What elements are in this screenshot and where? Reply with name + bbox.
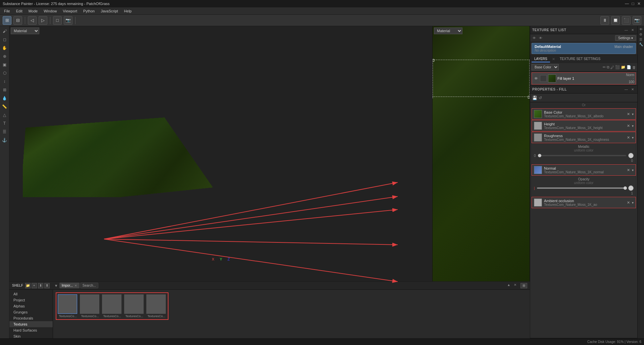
toolbar-view-grid[interactable]: ⊟ [13,16,22,25]
maximize-button[interactable]: □ [631,1,635,6]
viewport-left-mode-select[interactable]: Material Base Color [11,27,39,34]
shelf-folder-btn[interactable]: 📁 [25,283,31,288]
roughness-remove-btn[interactable]: ✕ [627,135,630,140]
tool-smudge[interactable]: ✋ [1,44,8,52]
tool-crop[interactable]: ⊞ [1,86,8,94]
shelf-tab-close[interactable]: ✕ [75,284,77,287]
shelf-cat-skin[interactable]: Skin [9,333,53,338]
channel-normal[interactable]: Normal TexturesCom_Nature_Moss_1K_normal… [532,164,636,176]
menu-edit[interactable]: Edit [13,8,25,14]
props-minimize-btn[interactable]: — [624,87,629,92]
opacity-slider[interactable] [537,187,626,189]
minimize-button[interactable]: — [625,1,629,6]
props-close-btn[interactable]: ✕ [630,87,635,92]
ao-remove-btn[interactable]: ✕ [627,200,630,205]
tool-fill[interactable]: ▣ [1,61,8,68]
tool-select[interactable]: ⬡ [1,69,8,77]
tab-layers[interactable]: LAYERS [532,56,550,62]
tool-measure[interactable]: 📏 [1,103,8,110]
menu-viewport[interactable]: Viewport [60,8,80,14]
tsl-eye-icon[interactable]: 👁 [532,36,537,41]
menu-file[interactable]: File [1,8,13,14]
toolbar-pause[interactable]: ⏸ [600,16,609,25]
shelf-expand-btn[interactable]: ▲ [507,283,512,288]
tool-layers[interactable]: ☰ [1,128,8,135]
viewport-3d[interactable]: X Y Z Material Base Color [9,26,433,281]
layers-toolbar-icon-6[interactable]: 📄 [627,65,631,69]
toolbar-camera[interactable]: 📷 [64,16,72,25]
shelf-asset-2[interactable]: TexturesCo... [102,294,122,318]
height-remove-btn[interactable]: ✕ [627,124,630,128]
normal-remove-btn[interactable]: ✕ [627,168,630,172]
tool-poly[interactable]: △ [1,111,8,119]
toolbar-render[interactable]: 🔲 [611,16,620,25]
ao-expand-btn[interactable]: ▾ [632,201,634,205]
shelf-cat-alphas[interactable]: Alphas [9,303,53,309]
props-save-icon[interactable]: 💾 [532,96,537,100]
layers-toolbar-icon-5[interactable]: 📁 [621,65,626,69]
height-expand-btn[interactable]: ▾ [632,124,634,128]
tool-paint[interactable]: 🖌 [1,27,8,35]
layers-toolbar-icon-1[interactable]: ✏ [603,65,606,69]
tsl-minimize-btn[interactable]: — [624,27,629,33]
tool-text[interactable]: T [1,120,8,127]
metallic-slider[interactable] [538,155,626,156]
shelf-asset-3[interactable]: TexturesCo... [124,294,144,318]
shelf-close-btn[interactable]: ✕ [514,283,519,288]
tsl-settings-button[interactable]: Settings ▾ [615,35,636,41]
channel-base-color[interactable]: Base Color TexturesCom_Nature_Moss_1K_al… [532,108,636,120]
shelf-cat-textures[interactable]: Textures [9,321,53,327]
close-button[interactable]: ✕ [637,1,641,6]
layers-toolbar-icon-3[interactable]: 🖊 [610,65,614,69]
channel-roughness[interactable]: Roughness TexturesCom_Nature_Moss_1K_rou… [532,132,636,143]
menu-window[interactable]: Window [41,8,59,14]
toolbar-next[interactable]: ▷ [39,16,47,25]
menu-mode[interactable]: Mode [26,8,41,14]
viewport-right-mode-select[interactable]: Material Base Color [434,27,462,34]
shelf-cat-hard-surfaces[interactable]: Hard Surfaces [9,327,53,333]
menu-help[interactable]: Help [121,8,135,14]
tsl-eye2-icon[interactable]: 👁 [538,36,543,41]
tab-texture-set-settings[interactable]: TEXTURE SET SETTINGS [557,56,603,62]
tool-transform[interactable]: ↕ [1,78,8,85]
tool-erase[interactable]: ◻ [1,36,8,43]
shelf-tab-search[interactable]: Search... [80,283,98,288]
layers-channel-select[interactable]: Base Color Height Normal Roughness [532,64,559,70]
toolbar-box[interactable]: □ [53,16,62,25]
fr-icon-4[interactable]: 🔧 [639,43,643,46]
viewport-2d[interactable]: Material Base Color [433,26,530,281]
shelf-cat-grunges[interactable]: Grunges [9,309,53,315]
tsl-close-btn[interactable]: ✕ [630,27,635,33]
shelf-cat-project[interactable]: Project [9,297,53,303]
tool-anchor[interactable]: ⚓ [1,136,8,144]
tool-clone[interactable]: ⊕ [1,53,8,60]
base-color-remove-btn[interactable]: ✕ [627,112,630,116]
toolbar-screenshot[interactable]: 📷 [633,16,641,25]
toolbar-view-3d[interactable]: ⊞ [3,16,11,25]
shelf-export-btn[interactable]: ⬆ [44,283,50,288]
shelf-asset-4[interactable]: TexturesCo... [146,294,166,318]
fr-icon-3[interactable]: ☰ [639,38,642,41]
tool-eyedrop[interactable]: 💧 [1,95,8,102]
menu-python[interactable]: Python [81,8,97,14]
fr-icon-2[interactable]: ⚙ [639,33,642,36]
shelf-cat-procedurals[interactable]: Procedurals [9,315,53,321]
toolbar-prev[interactable]: ◁ [28,16,37,25]
layers-toolbar-icon-7[interactable]: 🗑 [632,65,636,69]
props-reset-icon[interactable]: ↺ [539,96,542,100]
channel-height[interactable]: Height TexturesCom_Nature_Moss_1K_height… [532,120,636,131]
layer-visibility-btn[interactable]: 👁 [533,76,539,81]
channel-ambient-occlusion[interactable]: Ambient occlusion TexturesCom_Nature_Mos… [532,197,636,208]
shelf-import-btn[interactable]: ⬇ [38,283,43,288]
material-row[interactable]: DefaultMaterial Main shader No descripti… [532,43,636,54]
shelf-tab-import[interactable]: Impor... ✕ [59,283,80,288]
fr-icon-1[interactable]: 👁 [639,27,643,31]
roughness-expand-btn[interactable]: ▾ [632,136,634,139]
shelf-cat-all[interactable]: All [9,291,53,297]
shelf-new-btn[interactable]: + [32,283,37,288]
layers-toolbar-icon-4[interactable]: ⬛ [615,65,620,69]
normal-expand-btn[interactable]: ▾ [632,168,634,172]
shelf-grid-view-btn[interactable]: ⊞ [521,283,527,288]
shelf-asset-1[interactable]: TexturesCo... [80,294,100,318]
layer-row-0[interactable]: 👁 Fill layer 1 Norm ▾ 100 [532,72,636,84]
